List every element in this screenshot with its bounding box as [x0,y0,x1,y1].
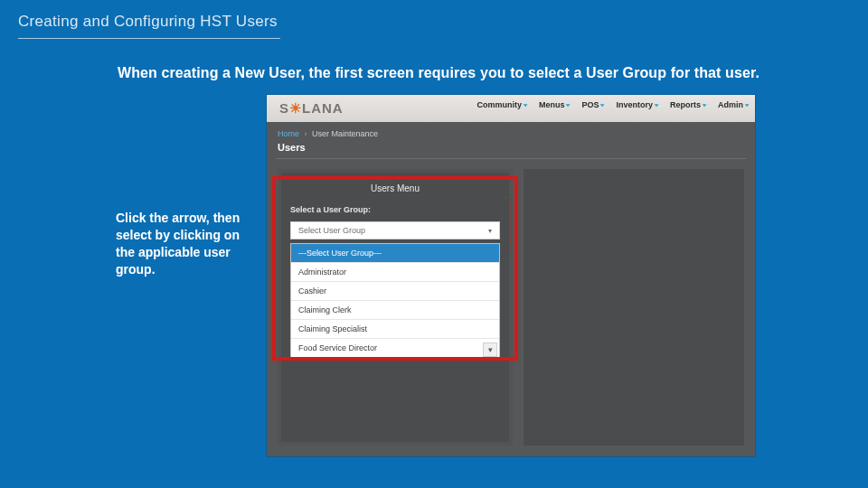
sun-icon: ☀ [289,100,302,116]
dropdown-option-claiming-specialist[interactable]: Claiming Specialist [291,319,499,338]
app-screenshot: S☀LANA Community▾ Menus▾ POS▾ Inventory▾… [267,95,755,456]
user-group-dropdown: ---Select User Group--- Administrator Ca… [290,243,500,358]
logo-rest: LANA [302,100,344,116]
users-menu-panel: Users Menu Select a User Group: Select U… [281,173,509,442]
nav-label: Inventory [616,100,653,109]
title-underline [18,38,280,39]
page-title: Users [278,142,306,153]
nav-community[interactable]: Community▾ [476,100,528,109]
chevron-right-icon: › [305,129,307,138]
nav-label: Menus [539,100,565,109]
slide-title: Creating and Configuring HST Users [18,13,278,31]
app-topbar: S☀LANA Community▾ Menus▾ POS▾ Inventory▾… [267,95,755,122]
breadcrumb-home[interactable]: Home [278,129,299,138]
intro-text: When creating a New User, the first scre… [118,65,760,81]
dropdown-option-claiming-clerk[interactable]: Claiming Clerk [291,300,499,319]
nav-menus[interactable]: Menus▾ [539,100,571,109]
app-logo: S☀LANA [279,100,344,117]
nav-inventory[interactable]: Inventory▾ [616,100,659,109]
logo-letter-s: S [279,100,289,116]
chevron-down-icon: ▾ [655,102,659,108]
dropdown-option-placeholder[interactable]: ---Select User Group--- [291,244,499,262]
chevron-down-icon[interactable]: ▾ [481,222,499,239]
user-group-select[interactable]: Select User Group ▾ [290,221,500,239]
nav-label: Reports [670,100,701,109]
select-value: Select User Group [298,226,365,235]
chevron-down-icon: ▾ [600,102,605,108]
panel-subtitle: Select a User Group: [290,205,371,214]
panel-title: Users Menu [281,183,509,193]
slide: Creating and Configuring HST Users When … [0,0,868,488]
users-menu-outer: Users Menu Select a User Group: Select U… [278,169,513,446]
dropdown-option-food-service-director[interactable]: Food Service Director [291,338,499,357]
nav-admin[interactable]: Admin▾ [718,100,750,109]
main-nav: Community▾ Menus▾ POS▾ Inventory▾ Report… [476,100,750,109]
nav-label: Admin [718,100,743,109]
right-panel [524,169,744,446]
breadcrumb-current: User Maintenance [312,129,378,138]
chevron-down-icon: ▾ [703,102,707,108]
nav-label: Community [476,100,522,109]
instruction-text: Click the arrow, then select by clicking… [116,210,260,278]
nav-label: POS [581,100,599,109]
dropdown-option-administrator[interactable]: Administrator [291,262,499,281]
chevron-down-icon: ▾ [566,102,571,108]
breadcrumb: Home › User Maintenance [278,129,378,138]
scroll-down-button[interactable]: ▾ [483,343,497,357]
nav-pos[interactable]: POS▾ [581,100,605,109]
chevron-down-icon: ▾ [745,102,750,108]
chevron-down-icon: ▾ [524,102,528,108]
nav-reports[interactable]: Reports▾ [670,100,707,109]
dropdown-option-cashier[interactable]: Cashier [291,281,499,300]
divider [276,158,746,159]
